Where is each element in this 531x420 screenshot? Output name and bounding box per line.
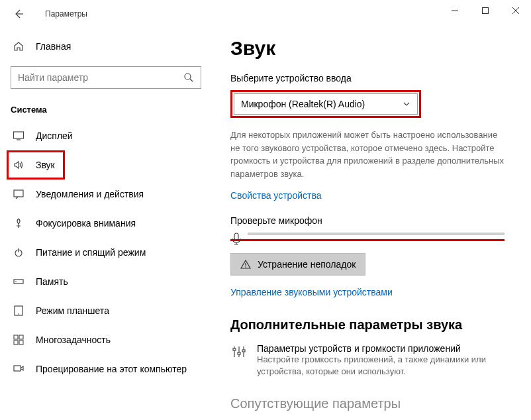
app-volume-item[interactable]: Параметры устройств и громкости приложен… xyxy=(230,343,512,378)
sidebar: Главная Система Дисплей Звук Уведомления… xyxy=(0,28,212,420)
related-heading-partial: Сопутствующие параметры xyxy=(230,396,512,411)
section-system: Система xyxy=(0,99,212,121)
sidebar-item-projecting[interactable]: Проецирование на этот компьютер xyxy=(0,354,212,384)
svg-point-15 xyxy=(245,266,246,267)
svg-rect-17 xyxy=(238,352,240,354)
home-icon xyxy=(12,41,25,52)
main-panel: Звук Выберите устройство ввода Микрофон … xyxy=(212,28,531,420)
svg-rect-10 xyxy=(19,335,23,339)
sidebar-item-focus[interactable]: Фокусировка внимания xyxy=(0,209,212,238)
nav-label: Питание и спящий режим xyxy=(36,247,146,258)
sound-icon xyxy=(12,159,25,171)
microphone-icon xyxy=(230,233,242,246)
svg-rect-12 xyxy=(19,341,23,344)
svg-rect-9 xyxy=(14,335,18,339)
chevron-down-icon xyxy=(403,100,410,108)
home-nav[interactable]: Главная xyxy=(0,33,212,60)
focus-icon xyxy=(12,217,25,229)
nav-label: Многозадачность xyxy=(36,335,111,345)
troubleshoot-button[interactable]: Устранение неполадок xyxy=(230,253,365,276)
svg-rect-3 xyxy=(14,190,23,197)
input-device-highlight: Микрофон (Realtek(R) Audio) xyxy=(230,90,421,118)
close-button[interactable] xyxy=(501,0,531,21)
highlight-underline xyxy=(230,239,505,241)
test-mic-label: Проверьте микрофон xyxy=(230,215,512,226)
sidebar-item-storage[interactable]: Память xyxy=(0,267,212,296)
nav-label: Уведомления и действия xyxy=(36,189,144,199)
svg-point-8 xyxy=(18,313,19,315)
svg-rect-0 xyxy=(483,8,489,14)
page-heading: Звук xyxy=(230,37,512,60)
troubleshoot-label: Устранение неполадок xyxy=(258,259,356,270)
input-device-value: Микрофон (Realtek(R) Audio) xyxy=(241,99,365,109)
svg-rect-5 xyxy=(14,280,23,284)
nav-label: Фокусировка внимания xyxy=(36,218,136,229)
svg-point-1 xyxy=(185,74,191,79)
mic-test-meter xyxy=(230,233,512,235)
multitasking-icon xyxy=(12,334,25,346)
advanced-heading: Дополнительные параметры звука xyxy=(230,317,512,333)
input-device-dropdown[interactable]: Микрофон (Realtek(R) Audio) xyxy=(234,93,418,115)
app-volume-desc: Настройте громкость приложений, а также … xyxy=(257,354,502,378)
input-description: Для некоторых приложений может быть наст… xyxy=(230,129,508,180)
svg-rect-13 xyxy=(14,366,21,371)
nav-label: Режим планшета xyxy=(36,305,109,316)
sidebar-item-display[interactable]: Дисплей xyxy=(0,121,212,150)
sidebar-item-power[interactable]: Питание и спящий режим xyxy=(0,238,212,267)
projecting-icon xyxy=(12,363,25,375)
svg-rect-16 xyxy=(233,348,236,350)
svg-rect-11 xyxy=(14,341,18,344)
search-icon xyxy=(183,72,194,83)
sidebar-item-multitasking[interactable]: Многозадачность xyxy=(0,325,212,354)
svg-rect-2 xyxy=(14,132,24,138)
tablet-icon xyxy=(12,305,25,317)
nav-label: Память xyxy=(36,276,68,287)
sliders-icon xyxy=(232,344,246,359)
power-icon xyxy=(12,246,25,258)
sidebar-item-notifications[interactable]: Уведомления и действия xyxy=(0,180,212,209)
app-volume-title: Параметры устройств и громкости приложен… xyxy=(257,343,502,354)
device-properties-link[interactable]: Свойства устройства xyxy=(230,190,322,201)
display-icon xyxy=(12,130,25,142)
nav-label: Проецирование на этот компьютер xyxy=(36,364,187,374)
svg-point-6 xyxy=(15,281,17,282)
home-label: Главная xyxy=(36,41,71,52)
minimize-button[interactable] xyxy=(440,0,470,21)
sidebar-item-sound[interactable]: Звук xyxy=(7,150,65,180)
svg-rect-14 xyxy=(234,233,238,240)
manage-devices-link[interactable]: Управление звуковыми устройствами xyxy=(230,287,393,297)
mic-level-bar xyxy=(248,233,505,235)
nav-label: Дисплей xyxy=(36,131,73,141)
storage-icon xyxy=(12,276,25,288)
maximize-button[interactable] xyxy=(470,0,501,21)
nav-label: Звук xyxy=(36,160,55,170)
svg-rect-18 xyxy=(242,350,245,352)
search-input-container[interactable] xyxy=(11,66,201,89)
search-input[interactable] xyxy=(18,72,183,83)
back-button[interactable] xyxy=(11,6,26,22)
input-device-label: Выберите устройство ввода xyxy=(230,73,512,83)
sidebar-item-tablet[interactable]: Режим планшета xyxy=(0,296,212,325)
notifications-icon xyxy=(12,188,25,200)
warning-icon xyxy=(240,259,251,270)
window-title: Параметры xyxy=(45,9,87,19)
